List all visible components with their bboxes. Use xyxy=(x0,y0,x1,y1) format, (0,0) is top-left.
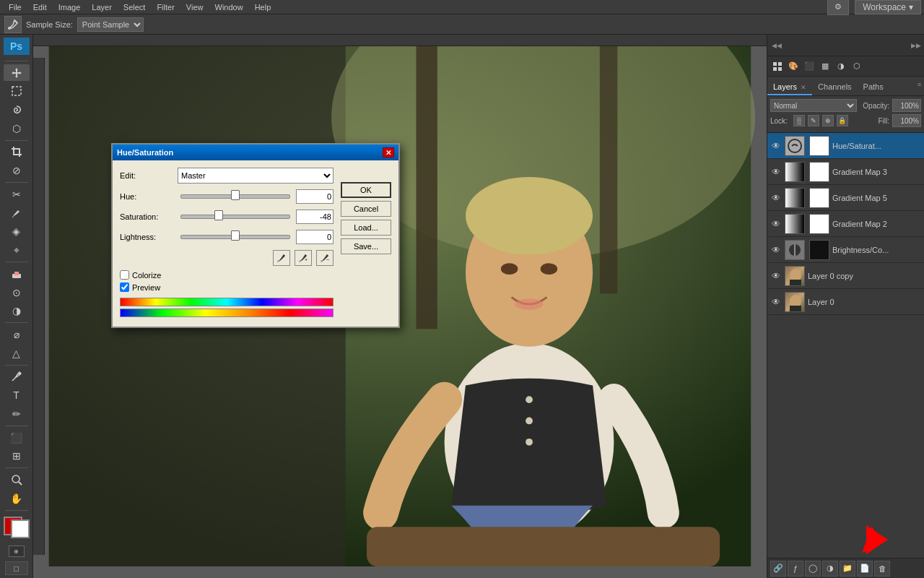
tool-path-selection[interactable]: ✏ xyxy=(4,405,30,423)
layer-item[interactable]: 👁 Hue/Saturat... xyxy=(767,133,924,159)
saturation-thumb[interactable] xyxy=(214,210,223,220)
layer-item[interactable]: 👁 Layer 0 copy xyxy=(767,263,924,289)
layer-item[interactable]: 👁 Gradient Map 2 xyxy=(767,211,924,237)
menu-layer[interactable]: Layer xyxy=(86,0,118,14)
tool-3d[interactable]: ⊞ xyxy=(4,448,30,465)
panel-icon-color[interactable]: 🎨 xyxy=(786,59,801,74)
tool-slice[interactable]: ⊘ xyxy=(4,162,30,179)
quick-mask-icon[interactable]: ⊕ xyxy=(9,545,25,557)
tab-layers[interactable]: Layers ✕ xyxy=(767,79,812,95)
panel-icon-masks[interactable]: ⬡ xyxy=(850,59,864,74)
tool-brush[interactable] xyxy=(4,204,30,222)
color-block[interactable] xyxy=(4,517,30,539)
eyedropper-subtract-button[interactable]: − xyxy=(316,250,334,266)
tab-paths[interactable]: Paths xyxy=(858,79,889,95)
preview-checkbox-row[interactable]: Preview xyxy=(120,282,334,292)
preview-checkbox[interactable] xyxy=(120,282,129,292)
lightness-slider[interactable] xyxy=(180,231,290,243)
colorize-checkbox[interactable] xyxy=(120,270,129,280)
layer-visibility-eye[interactable]: 👁 xyxy=(770,218,782,230)
menu-select[interactable]: Select xyxy=(118,0,152,14)
lock-transparency-icon[interactable]: ▒ xyxy=(793,115,805,126)
panel-collapse-left[interactable]: ◀◀ xyxy=(770,42,783,49)
menu-filter[interactable]: Filter xyxy=(151,0,180,14)
layer-visibility-eye[interactable]: 👁 xyxy=(770,270,782,282)
link-layers-icon[interactable]: 🔗 xyxy=(770,561,786,577)
hue-thumb[interactable] xyxy=(231,190,240,200)
lightness-input[interactable]: 0 xyxy=(296,230,334,244)
blend-mode-select[interactable]: Normal xyxy=(770,99,857,112)
tool-lasso[interactable] xyxy=(4,101,30,118)
tool-magic-wand[interactable]: ⬡ xyxy=(4,120,30,137)
lock-all-icon[interactable]: 🔒 xyxy=(837,115,848,126)
tool-move[interactable] xyxy=(4,64,30,82)
tool-pen[interactable] xyxy=(4,368,30,386)
new-group-icon[interactable]: 📁 xyxy=(840,561,855,577)
layer-visibility-eye[interactable]: 👁 xyxy=(770,296,782,308)
workspace-button[interactable]: Workspace ▾ xyxy=(855,0,921,14)
cancel-button[interactable]: Cancel xyxy=(341,201,391,217)
layer-visibility-eye[interactable]: 👁 xyxy=(770,140,782,152)
delete-layer-icon[interactable]: 🗑 xyxy=(874,561,890,577)
panel-icon-style[interactable]: ▦ xyxy=(818,59,832,74)
menu-view[interactable]: View xyxy=(180,0,209,14)
panel-collapse-right[interactable]: ▶▶ xyxy=(911,42,921,49)
menu-image[interactable]: Image xyxy=(53,0,87,14)
eyedropper-add-button[interactable]: + xyxy=(295,250,312,266)
panel-icon-properties[interactable] xyxy=(770,59,785,74)
panel-icon-swatches[interactable]: ⬛ xyxy=(802,59,816,74)
panel-icon-adjust[interactable]: ◑ xyxy=(834,59,848,74)
load-button[interactable]: Load... xyxy=(341,220,391,236)
tool-hand[interactable]: ✋ xyxy=(4,490,30,507)
layer-visibility-eye[interactable]: 👁 xyxy=(770,192,782,204)
menu-file[interactable]: File xyxy=(3,0,27,14)
tool-text[interactable]: T xyxy=(4,387,30,404)
tool-marquee[interactable] xyxy=(4,82,30,100)
add-style-icon[interactable]: ƒ xyxy=(788,561,803,577)
saturation-input[interactable]: -48 xyxy=(296,210,334,224)
layer-visibility-eye[interactable]: 👁 xyxy=(770,244,782,256)
menu-help[interactable]: Help xyxy=(249,0,277,14)
panel-menu-icon[interactable]: ≡ xyxy=(918,81,921,88)
tool-shape[interactable]: ⬛ xyxy=(4,429,30,447)
tool-history-brush[interactable]: ⌖ xyxy=(4,241,30,259)
tab-channels[interactable]: Channels xyxy=(812,79,857,95)
layer-item[interactable]: 👁 Brightness/Co... xyxy=(767,237,924,263)
lock-position-icon[interactable]: ⊕ xyxy=(822,115,834,126)
menu-window[interactable]: Window xyxy=(209,0,249,14)
layer-item[interactable]: 👁 Layer 0 xyxy=(767,289,924,315)
tool-clone-stamp[interactable]: ◈ xyxy=(4,223,30,241)
fill-input[interactable] xyxy=(892,114,921,127)
background-color[interactable] xyxy=(11,519,30,538)
tab-layers-close[interactable]: ✕ xyxy=(801,84,806,91)
eyedropper-sample-button[interactable] xyxy=(273,250,290,266)
hue-slider[interactable] xyxy=(180,191,290,202)
ps-options-icon[interactable]: ⚙ xyxy=(827,0,849,15)
opacity-input[interactable] xyxy=(892,99,921,112)
screen-mode-icon[interactable]: □ xyxy=(5,561,28,575)
ok-button[interactable]: OK xyxy=(341,182,391,198)
lightness-thumb[interactable] xyxy=(231,230,240,241)
save-button[interactable]: Save... xyxy=(341,238,391,254)
new-adjustment-icon[interactable]: ◑ xyxy=(822,561,838,577)
saturation-slider[interactable] xyxy=(180,211,290,223)
hue-input[interactable]: 0 xyxy=(296,189,334,204)
tool-healing[interactable]: ✂ xyxy=(4,186,30,203)
tool-dodge[interactable]: △ xyxy=(4,345,30,362)
colorize-checkbox-row[interactable]: Colorize xyxy=(120,270,334,280)
dialog-close-button[interactable]: ✕ xyxy=(383,147,394,158)
tool-gradient[interactable]: ◑ xyxy=(4,303,30,320)
tool-eraser[interactable] xyxy=(4,265,30,282)
lock-paint-icon[interactable]: ✎ xyxy=(808,115,819,126)
layer-item[interactable]: 👁 Gradient Map 5 xyxy=(767,185,924,211)
tool-crop[interactable] xyxy=(4,144,30,161)
tool-fill[interactable]: ⊙ xyxy=(4,284,30,301)
add-mask-icon[interactable]: ◯ xyxy=(805,561,821,577)
layer-visibility-eye[interactable]: 👁 xyxy=(770,166,782,178)
tool-zoom[interactable] xyxy=(4,471,30,488)
tool-blur[interactable]: ⌀ xyxy=(4,326,30,343)
menu-edit[interactable]: Edit xyxy=(27,0,53,14)
layer-item[interactable]: 👁 Gradient Map 3 xyxy=(767,159,924,185)
new-layer-icon[interactable]: 📄 xyxy=(857,561,873,577)
sample-size-select[interactable]: Point Sample xyxy=(77,17,144,32)
